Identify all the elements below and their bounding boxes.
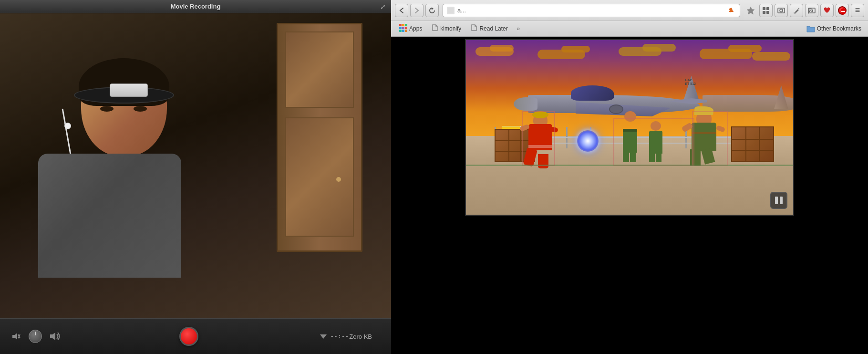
cloud-8 xyxy=(728,45,762,52)
adblock-icon xyxy=(838,6,847,15)
back-button[interactable] xyxy=(395,4,408,17)
bookmark-star-button[interactable] xyxy=(744,4,757,17)
door-knob xyxy=(336,177,341,182)
more-bookmarks-button[interactable]: » xyxy=(514,23,523,34)
extensions-button[interactable] xyxy=(759,4,773,17)
game-scene: CAPET 512 xyxy=(465,39,794,216)
svg-rect-23 xyxy=(402,27,404,29)
screenshot-button[interactable] xyxy=(775,4,788,17)
kimonify-favicon xyxy=(432,24,438,32)
kimonify-label: kimonify xyxy=(440,25,461,32)
eeg-device xyxy=(110,83,148,97)
svg-point-15 xyxy=(794,12,796,14)
read-later-label: Read Later xyxy=(479,25,507,32)
reload-button[interactable] xyxy=(425,4,439,17)
forward-button[interactable] xyxy=(410,4,424,17)
person-figure xyxy=(24,61,262,280)
hit-box-center xyxy=(613,118,694,166)
adblock-stop-icon xyxy=(839,7,847,16)
cast-icon xyxy=(808,7,816,14)
svg-rect-24 xyxy=(405,27,407,29)
earphone-bud xyxy=(64,123,71,129)
address-bar[interactable]: a... xyxy=(443,4,740,17)
star-icon xyxy=(746,6,755,15)
pencil-icon xyxy=(728,7,734,14)
volume-knob[interactable] xyxy=(29,330,42,343)
engine-intake xyxy=(609,104,623,114)
fullscreen-button[interactable]: ⤢ xyxy=(379,2,387,11)
document-icon xyxy=(471,24,477,31)
svg-marker-3 xyxy=(50,333,55,340)
hit-box-guile xyxy=(692,111,728,166)
more-bookmarks-icon: » xyxy=(517,25,520,32)
eyedropper-button[interactable] xyxy=(790,4,803,17)
forward-arrow-icon xyxy=(413,7,420,14)
apps-label: Apps xyxy=(409,25,422,32)
crate-right-horiz xyxy=(732,139,773,140)
svg-rect-22 xyxy=(399,27,402,29)
ground-line xyxy=(466,165,793,166)
folder-icon xyxy=(806,24,815,33)
bookmark-apps[interactable]: Apps xyxy=(395,23,426,34)
svg-rect-6 xyxy=(448,8,454,13)
svg-rect-21 xyxy=(405,24,407,26)
back-arrow-icon xyxy=(398,7,405,14)
crate-left-vert xyxy=(508,130,509,161)
head-shape xyxy=(81,61,167,156)
person-head xyxy=(81,61,176,166)
eye-left xyxy=(100,106,114,112)
browser-content: CAPET 512 xyxy=(391,37,868,354)
shirt xyxy=(38,154,181,278)
address-text: a... xyxy=(457,7,723,14)
webcam-background xyxy=(0,13,391,318)
plane-nose xyxy=(514,97,537,111)
bookmark-kimonify[interactable]: kimonify xyxy=(428,23,465,34)
options-dropdown[interactable] xyxy=(317,330,330,343)
browser-chrome: a... xyxy=(391,0,868,37)
eyedropper-icon xyxy=(793,7,800,14)
bookmarks-bar: Apps kimonify xyxy=(391,21,868,36)
svg-rect-12 xyxy=(766,11,769,14)
movie-title: Movie Recording xyxy=(171,3,221,10)
svg-rect-10 xyxy=(766,7,769,10)
cast-button[interactable] xyxy=(805,4,818,17)
screenshot-icon xyxy=(777,7,785,14)
bookmark-file-icon xyxy=(432,24,438,31)
svg-marker-0 xyxy=(12,333,17,340)
crate-right-vert2 xyxy=(759,127,760,161)
reload-icon xyxy=(429,7,435,14)
bookmark-read-later[interactable]: Read Later xyxy=(467,23,511,34)
door-panel-bottom xyxy=(285,117,354,237)
crate-right xyxy=(731,126,774,162)
svg-rect-19 xyxy=(399,24,402,26)
address-edit-button[interactable] xyxy=(726,6,736,15)
crate-right-vert xyxy=(745,127,746,161)
svg-point-14 xyxy=(780,9,783,12)
svg-marker-4 xyxy=(320,334,327,339)
movie-title-bar: Movie Recording ⤢ xyxy=(0,0,391,13)
read-later-favicon xyxy=(471,24,477,32)
plane-label: CAPET 512 xyxy=(685,78,696,86)
menu-button[interactable]: ≡ xyxy=(851,4,864,17)
other-bookmarks-label: Other Bookmarks xyxy=(817,25,861,32)
pause-button[interactable] xyxy=(770,192,787,209)
webcam-area xyxy=(0,13,391,318)
cloud-2 xyxy=(490,45,514,52)
controls-bar: --:-- Zero KB xyxy=(0,318,391,354)
record-button[interactable] xyxy=(179,327,198,346)
extensions-icon xyxy=(762,7,770,14)
mute-icon xyxy=(11,332,21,341)
other-bookmarks[interactable]: Other Bookmarks xyxy=(804,23,864,34)
cloud-6 xyxy=(642,44,676,52)
svg-rect-20 xyxy=(402,24,404,26)
svg-rect-25 xyxy=(399,30,402,32)
browser-panel: a... xyxy=(391,0,868,354)
hit-box-ken xyxy=(522,111,555,166)
crate-right-horiz2 xyxy=(732,150,773,151)
speaker-button[interactable] xyxy=(48,330,61,343)
dropdown-arrow-icon xyxy=(319,332,328,341)
adblock-button[interactable] xyxy=(836,4,849,17)
apps-grid-icon xyxy=(399,23,407,33)
mute-button[interactable] xyxy=(10,330,23,343)
lastpass-button[interactable] xyxy=(820,4,834,17)
